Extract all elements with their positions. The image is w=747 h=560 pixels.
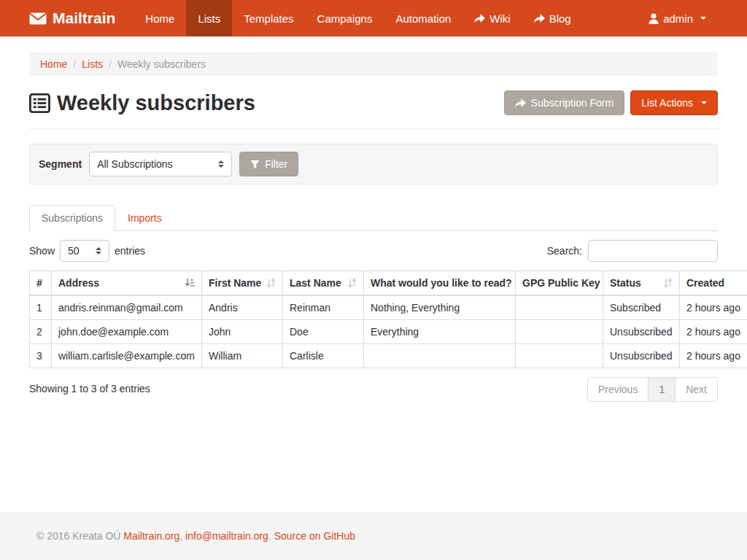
chevron-down-icon (700, 17, 706, 20)
footer: © 2016 Kreata OÜ Mailtrain.org, info@mai… (0, 512, 747, 560)
filter-funnel-icon (250, 160, 260, 169)
cell-address: william.carlisle@example.com (52, 344, 202, 368)
entries-label: entries (115, 245, 145, 257)
table-info: Showing 1 to 3 of 3 entries (29, 377, 150, 394)
breadcrumb-lists[interactable]: Lists (82, 58, 103, 70)
external-link-icon (474, 14, 485, 23)
footer-link-github[interactable]: Source on GitHub (274, 530, 355, 542)
footer-link-email[interactable]: info@mailtrain.org (185, 530, 268, 542)
cell-num: 1 (30, 295, 52, 320)
show-entries-group: Show 50 entries (29, 240, 145, 262)
brand-name: Mailtrain (53, 9, 115, 27)
cell-read: Everything (364, 320, 516, 344)
external-link-icon (534, 14, 545, 23)
main-nav: Home Lists Templates Campaigns Automatio… (133, 0, 582, 36)
col-header-num[interactable]: # (30, 271, 52, 296)
cell-created: 2 hours ago (680, 320, 747, 344)
subscribers-table-wrapper: # Address First Name (29, 271, 747, 368)
cell-gpg (516, 344, 603, 368)
user-name: admin (663, 12, 693, 25)
breadcrumb-current: Weekly subscribers (117, 58, 206, 70)
navbar: Mailtrain Home Lists Templates Campaigns… (0, 0, 747, 36)
title-actions: Subscription Form List Actions (504, 90, 718, 115)
cell-first-name: Andris (202, 295, 283, 320)
nav-item-blog[interactable]: Blog (522, 0, 583, 36)
search-input[interactable] (588, 240, 718, 262)
col-header-created[interactable]: Created (680, 271, 747, 296)
cell-gpg (516, 320, 603, 344)
search-group: Search: (547, 240, 718, 262)
page-title: Weekly subscribers (29, 91, 255, 115)
divider (29, 128, 718, 129)
share-arrow-icon (515, 98, 526, 108)
tab-bar: Subscriptions Imports (29, 205, 718, 231)
col-header-read[interactable]: What would you like to read? (364, 271, 516, 296)
cell-address: andris.reinman@gmail.com (52, 295, 202, 320)
segment-select[interactable]: All Subscriptions (89, 152, 232, 176)
search-label: Search: (547, 245, 582, 257)
cell-gpg (516, 295, 603, 320)
cell-first-name: William (202, 344, 283, 368)
sort-asc-icon (185, 278, 195, 288)
nav-item-campaigns[interactable]: Campaigns (306, 0, 384, 36)
footer-link-mailtrain[interactable]: Mailtrain.org (123, 530, 179, 542)
col-header-last-name[interactable]: Last Name (283, 271, 364, 296)
segment-panel: Segment All Subscriptions Filter (29, 144, 718, 184)
tab-imports[interactable]: Imports (115, 205, 174, 231)
nav-item-templates[interactable]: Templates (232, 0, 305, 36)
sort-both-icon (347, 278, 357, 288)
table-controls: Show 50 entries Search: (29, 240, 718, 262)
show-label: Show (29, 245, 55, 257)
col-header-status[interactable]: Status (603, 271, 680, 296)
cell-last-name: Carlisle (283, 344, 364, 368)
cell-created: 2 hours ago (680, 344, 747, 368)
nav-item-wiki[interactable]: Wiki (462, 0, 522, 36)
pagination-next-button[interactable]: Next (675, 377, 718, 402)
subscription-form-button[interactable]: Subscription Form (504, 90, 625, 115)
table-footer: Showing 1 to 3 of 3 entries Previous 1 N… (29, 377, 718, 402)
title-row: Weekly subscribers Subscription Form Lis… (29, 90, 718, 115)
pagination-page-1-button[interactable]: 1 (648, 377, 676, 402)
cell-last-name: Doe (283, 320, 364, 344)
table-header-row: # Address First Name (30, 271, 747, 296)
pagination-previous-button[interactable]: Previous (587, 377, 649, 402)
breadcrumb: Home / Lists / Weekly subscribers (29, 52, 718, 76)
filter-button[interactable]: Filter (239, 152, 298, 176)
breadcrumb-separator: / (109, 58, 112, 70)
list-icon (29, 93, 50, 114)
segment-label: Segment (39, 158, 82, 170)
tab-subscriptions[interactable]: Subscriptions (29, 205, 115, 231)
user-icon (649, 13, 659, 24)
cell-created: 2 hours ago (680, 295, 747, 320)
select-arrows-icon (212, 160, 224, 168)
envelope-icon (29, 12, 47, 25)
list-actions-button[interactable]: List Actions (630, 90, 718, 115)
sort-both-icon (266, 278, 276, 288)
entries-select[interactable]: 50 (60, 240, 109, 262)
table-row[interactable]: 3 william.carlisle@example.com William C… (30, 344, 747, 368)
table-row[interactable]: 1 andris.reinman@gmail.com Andris Reinma… (30, 295, 747, 320)
user-menu[interactable]: admin (637, 0, 718, 36)
cell-read: Nothing, Everything (364, 295, 516, 320)
cell-address: john.doe@example.com (52, 320, 202, 344)
chevron-down-icon (701, 101, 707, 104)
brand-logo[interactable]: Mailtrain (0, 0, 126, 36)
sort-both-icon (663, 278, 673, 288)
cell-last-name: Reinman (283, 295, 364, 320)
nav-item-home[interactable]: Home (133, 0, 186, 36)
cell-status: Unsubscribed (603, 320, 680, 344)
table-row[interactable]: 2 john.doe@example.com John Doe Everythi… (30, 320, 747, 344)
subscribers-table: # Address First Name (29, 271, 747, 368)
cell-num: 3 (30, 344, 52, 368)
col-header-address[interactable]: Address (52, 271, 202, 296)
navbar-right: admin (637, 0, 747, 36)
select-arrows-icon (90, 247, 101, 254)
nav-item-lists[interactable]: Lists (186, 0, 232, 36)
copyright-text: © 2016 Kreata OÜ (36, 530, 120, 542)
col-header-first-name[interactable]: First Name (202, 271, 283, 296)
col-header-gpg[interactable]: GPG Public Key (516, 271, 603, 296)
breadcrumb-home[interactable]: Home (40, 58, 67, 70)
cell-read (364, 344, 516, 368)
cell-num: 2 (30, 320, 52, 344)
nav-item-automation[interactable]: Automation (384, 0, 462, 36)
